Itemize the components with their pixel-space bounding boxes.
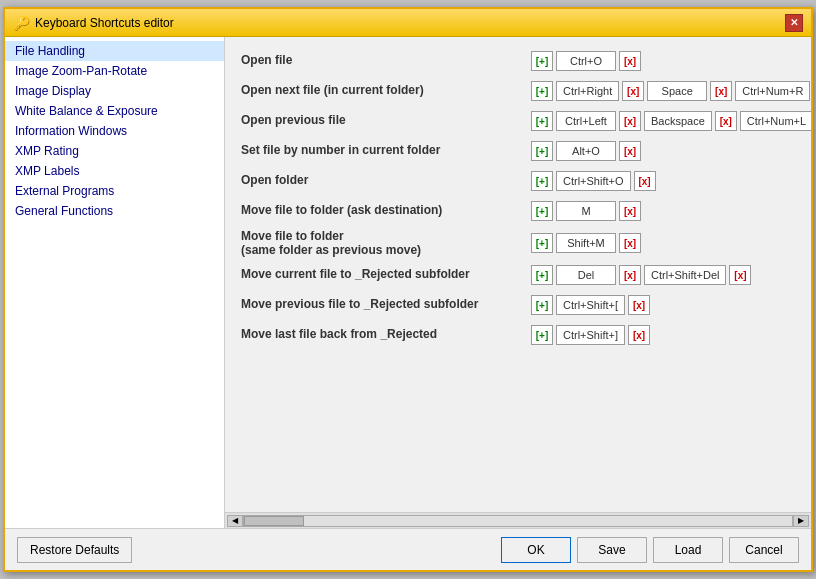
shortcuts-scroll-area[interactable]: Open file[+]Ctrl+O[x]Open next file (in … [225,37,811,512]
shortcut-row: Move last file back from _Rejected[+]Ctr… [241,323,795,347]
shortcut-label: Open file [241,53,531,69]
scroll-right-btn[interactable]: ▶ [793,515,809,527]
restore-defaults-button[interactable]: Restore Defaults [17,537,132,563]
main-window: 🔑 Keyboard Shortcuts editor ✕ File Handl… [3,7,813,572]
shortcut-controls: [+]M[x] [531,201,641,221]
remove-extra-shortcut-button[interactable]: [x] [710,81,732,101]
add-shortcut-button[interactable]: [+] [531,171,553,191]
remove-shortcut-button[interactable]: [x] [628,295,650,315]
add-shortcut-button[interactable]: [+] [531,51,553,71]
key-badge[interactable]: Del [556,265,616,285]
shortcut-controls: [+]Ctrl+Shift+O[x] [531,171,656,191]
shortcut-label: Set file by number in current folder [241,143,531,159]
shortcut-label: Move current file to _Rejected subfolder [241,267,531,283]
shortcut-row: Move file to folder(same folder as previ… [241,229,795,257]
title-bar-left: 🔑 Keyboard Shortcuts editor [13,15,174,31]
footer-right-buttons: OK Save Load Cancel [501,537,799,563]
add-shortcut-button[interactable]: [+] [531,265,553,285]
remove-shortcut-button[interactable]: [x] [634,171,656,191]
add-shortcut-button[interactable]: [+] [531,81,553,101]
shortcut-controls: [+]Ctrl+O[x] [531,51,641,71]
extra-key-badge[interactable]: Space [647,81,707,101]
footer: Restore Defaults OK Save Load Cancel [5,528,811,570]
extra-key-badge[interactable]: Ctrl+Num+L [740,111,811,131]
sidebar-item-white-balance-&-exposure[interactable]: White Balance & Exposure [5,101,224,121]
close-button[interactable]: ✕ [785,14,803,32]
shortcut-row: Open next file (in current folder)[+]Ctr… [241,79,795,103]
sidebar-item-general-functions[interactable]: General Functions [5,201,224,221]
sidebar-item-xmp-labels[interactable]: XMP Labels [5,161,224,181]
remove-shortcut-button[interactable]: [x] [619,233,641,253]
sidebar-item-image-zoom-pan-rotate[interactable]: Image Zoom-Pan-Rotate [5,61,224,81]
shortcut-row: Open folder[+]Ctrl+Shift+O[x] [241,169,795,193]
shortcut-controls: [+]Ctrl+Left[x]Backspace[x]Ctrl+Num+L[x] [531,111,811,131]
key-badge[interactable]: M [556,201,616,221]
key-badge[interactable]: Ctrl+Shift+] [556,325,625,345]
key-badge[interactable]: Ctrl+Left [556,111,616,131]
extra-key-badge[interactable]: Ctrl+Shift+Del [644,265,726,285]
shortcut-controls: [+]Alt+O[x] [531,141,641,161]
key-badge[interactable]: Alt+O [556,141,616,161]
sidebar-item-image-display[interactable]: Image Display [5,81,224,101]
shortcut-label: Open previous file [241,113,531,129]
remove-extra-shortcut-button[interactable]: [x] [729,265,751,285]
remove-shortcut-button[interactable]: [x] [619,201,641,221]
extra-key-badge[interactable]: Backspace [644,111,712,131]
scroll-left-btn[interactable]: ◀ [227,515,243,527]
sidebar-item-xmp-rating[interactable]: XMP Rating [5,141,224,161]
horizontal-scrollbar[interactable]: ◀ ▶ [225,512,811,528]
shortcut-controls: [+]Ctrl+Shift+][x] [531,325,650,345]
add-shortcut-button[interactable]: [+] [531,111,553,131]
extra-key-badge[interactable]: Ctrl+Num+R [735,81,810,101]
window-title: Keyboard Shortcuts editor [35,16,174,30]
add-shortcut-button[interactable]: [+] [531,295,553,315]
app-icon: 🔑 [13,15,29,31]
title-bar: 🔑 Keyboard Shortcuts editor ✕ [5,9,811,37]
remove-shortcut-button[interactable]: [x] [619,111,641,131]
shortcut-label: Move file to folder(same folder as previ… [241,229,531,257]
remove-shortcut-button[interactable]: [x] [619,265,641,285]
sidebar-item-information-windows[interactable]: Information Windows [5,121,224,141]
key-badge[interactable]: Ctrl+Right [556,81,619,101]
add-shortcut-button[interactable]: [+] [531,325,553,345]
save-button[interactable]: Save [577,537,647,563]
remove-shortcut-button[interactable]: [x] [619,51,641,71]
remove-shortcut-button[interactable]: [x] [628,325,650,345]
cancel-button[interactable]: Cancel [729,537,799,563]
shortcut-label: Move file to folder (ask destination) [241,203,531,219]
shortcut-controls: [+]Del[x]Ctrl+Shift+Del[x] [531,265,751,285]
shortcut-label: Open next file (in current folder) [241,83,531,99]
key-badge[interactable]: Shift+M [556,233,616,253]
scroll-track[interactable] [243,515,793,527]
add-shortcut-button[interactable]: [+] [531,141,553,161]
key-badge[interactable]: Ctrl+Shift+O [556,171,631,191]
ok-button[interactable]: OK [501,537,571,563]
main-content: File HandlingImage Zoom-Pan-RotateImage … [5,37,811,528]
shortcut-row: Move current file to _Rejected subfolder… [241,263,795,287]
shortcut-controls: [+]Ctrl+Shift+[[x] [531,295,650,315]
load-button[interactable]: Load [653,537,723,563]
remove-shortcut-button[interactable]: [x] [619,141,641,161]
shortcut-controls: [+]Ctrl+Right[x]Space[x]Ctrl+Num+R[x] [531,81,811,101]
shortcut-label: Move last file back from _Rejected [241,327,531,343]
scroll-thumb[interactable] [244,516,304,526]
content-area: Open file[+]Ctrl+O[x]Open next file (in … [225,37,811,528]
shortcut-row: Move file to folder (ask destination)[+]… [241,199,795,223]
shortcut-row: Open file[+]Ctrl+O[x] [241,49,795,73]
shortcut-label: Move previous file to _Rejected subfolde… [241,297,531,313]
remove-extra-shortcut-button[interactable]: [x] [715,111,737,131]
key-badge[interactable]: Ctrl+O [556,51,616,71]
add-shortcut-button[interactable]: [+] [531,201,553,221]
add-shortcut-button[interactable]: [+] [531,233,553,253]
sidebar-item-file-handling[interactable]: File Handling [5,41,224,61]
shortcut-row: Move previous file to _Rejected subfolde… [241,293,795,317]
key-badge[interactable]: Ctrl+Shift+[ [556,295,625,315]
shortcut-controls: [+]Shift+M[x] [531,233,641,253]
shortcut-row: Open previous file[+]Ctrl+Left[x]Backspa… [241,109,795,133]
sidebar: File HandlingImage Zoom-Pan-RotateImage … [5,37,225,528]
sidebar-item-external-programs[interactable]: External Programs [5,181,224,201]
remove-shortcut-button[interactable]: [x] [622,81,644,101]
shortcut-label: Open folder [241,173,531,189]
shortcut-row: Set file by number in current folder[+]A… [241,139,795,163]
